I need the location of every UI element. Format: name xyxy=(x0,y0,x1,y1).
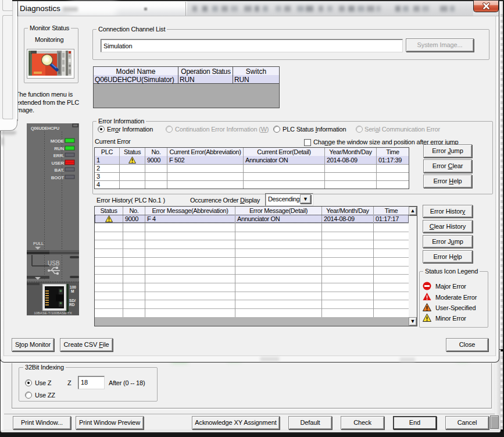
svg-text:RD: RD xyxy=(69,303,75,307)
svg-text:USER: USER xyxy=(52,161,65,166)
svg-text:SD/: SD/ xyxy=(69,299,76,303)
svg-text:M: M xyxy=(71,289,74,293)
svg-text:Q06UDEHCPU: Q06UDEHCPU xyxy=(31,126,60,131)
svg-text:USB: USB xyxy=(48,260,60,267)
svg-text:MODE: MODE xyxy=(51,138,65,144)
svg-text:BOOT: BOOT xyxy=(51,175,65,180)
svg-text:ERR.: ERR. xyxy=(53,153,64,158)
svg-text:PULL: PULL xyxy=(33,241,44,246)
svg-text:RUN: RUN xyxy=(54,146,64,151)
svg-text:BAT.: BAT. xyxy=(55,168,64,173)
svg-text:100: 100 xyxy=(70,285,76,289)
svg-text:10BASE-T/100BASE-TX: 10BASE-T/100BASE-TX xyxy=(34,311,72,315)
